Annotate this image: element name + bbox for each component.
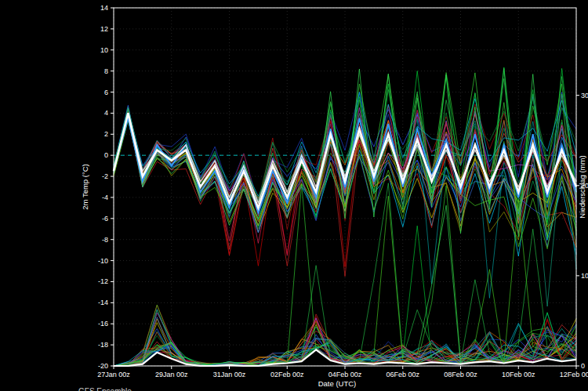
left-tick-label: 14 [100,4,108,12]
left-tick-label: -6 [102,215,108,223]
left-tick-label: -14 [98,299,108,306]
y-axis-title-left: 2m Temp (°C) [81,164,89,210]
x-tick-label: 02Feb 00z [270,371,304,378]
left-tick-label: -12 [98,277,108,285]
left-tick-label: -8 [102,236,108,244]
x-tick-label: 31Jan 00z [213,371,246,378]
left-tick-label: 6 [104,89,108,96]
x-tick-label: 10Feb 00z [502,371,535,378]
x-tick-label: 27Jan 00z [97,371,130,378]
left-tick-label: 12 [100,25,108,33]
meteogram-page: P1P2P3P4P5P6P7P8P9P10P11P12P13P14P15P16P… [0,0,588,391]
left-tick-label: -18 [98,341,108,349]
x-tick-label: 08Feb 00z [444,371,477,378]
left-tick-label: 2 [104,130,108,138]
right-tick-label: 10 [581,272,588,280]
left-tick-label: 10 [100,46,108,54]
left-tick-label: -10 [98,257,108,265]
footer-caption: GFS Ensemble [78,387,132,391]
left-tick-label: -2 [102,172,108,180]
left-tick-label: -4 [102,194,108,201]
meteogram-chart: 14121086420-2-4-6-8-10-12-14-16-18-20010… [0,0,588,391]
left-tick-label: 0 [104,151,108,159]
y-axis-title-right: Niederschlag (mm) [578,155,586,218]
x-tick-label: 06Feb 00z [386,371,419,378]
x-tick-label: 12Feb 00z [560,371,588,378]
right-tick-label: 30 [581,92,588,100]
left-tick-label: -20 [98,362,108,370]
x-tick-label: 29Jan 00z [155,371,188,378]
x-tick-label: 04Feb 00z [328,371,362,378]
left-tick-label: -16 [98,320,108,328]
right-tick-label: 0 [581,362,585,370]
left-tick-label: 4 [104,109,108,117]
left-tick-label: 8 [104,67,108,75]
x-axis-title: Date (UTC) [318,379,357,388]
